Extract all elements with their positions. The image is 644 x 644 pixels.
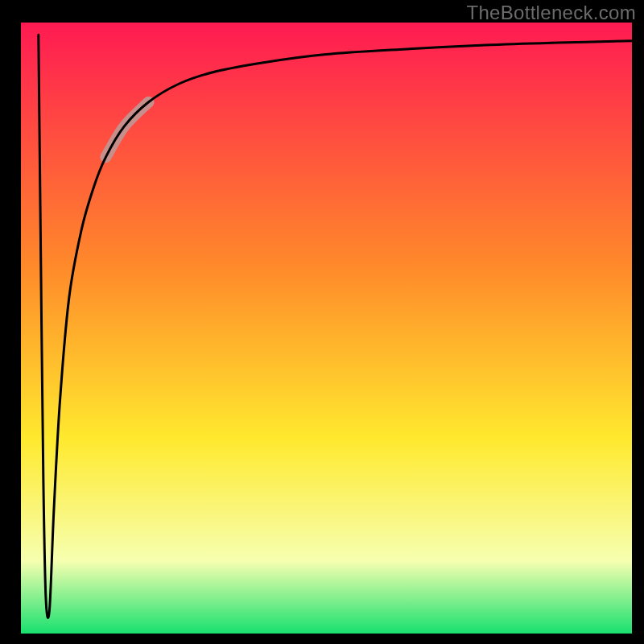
bottleneck-chart [0, 0, 644, 644]
plot-background [20, 23, 632, 634]
chart-stage: TheBottleneck.com [0, 0, 644, 644]
watermark-text: TheBottleneck.com [466, 2, 636, 24]
